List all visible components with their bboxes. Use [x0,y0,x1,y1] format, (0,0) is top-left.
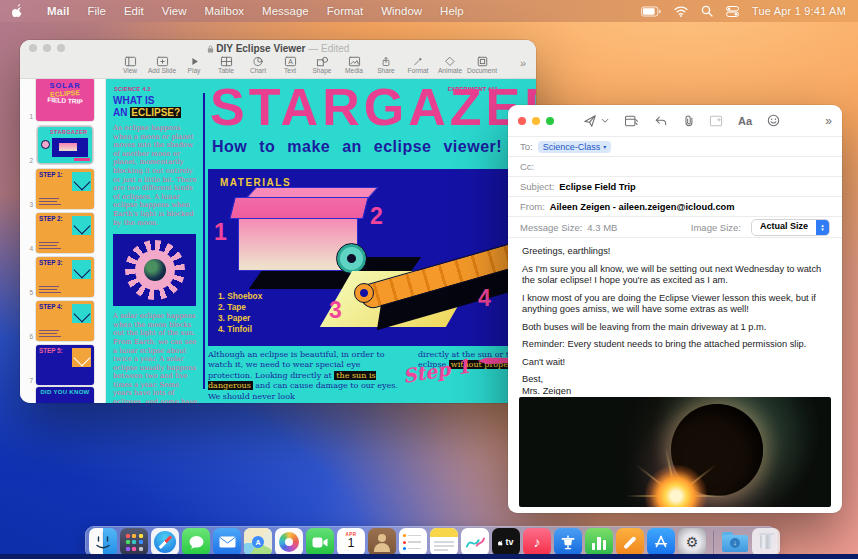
dock-settings[interactable]: ⚙ [678,528,706,556]
dock-maps[interactable]: A [244,528,272,556]
slide-thumbnail-6[interactable]: STEP 4: [36,301,94,341]
from-field[interactable]: From: Aileen Zeigen - aileen.zeigen@iclo… [508,196,842,216]
toolbar-more-button[interactable]: » [520,56,526,70]
menu-format[interactable]: Format [318,5,372,17]
slide-thumbnail-7[interactable]: STEP 5: [36,345,94,385]
toolbar-shape-button[interactable]: Shape [306,56,338,74]
zoom-button[interactable] [546,117,554,125]
dock-music[interactable]: ♪ [523,528,551,556]
keynote-window: DIY Eclipse Viewer — Edited ViewAdd Slid… [20,40,536,403]
image-size-dropdown[interactable]: Actual Size ▴▾ [751,219,830,236]
wifi-icon[interactable] [674,6,688,17]
attach-icon[interactable] [683,114,694,128]
toolbar-media-button[interactable]: Media [338,56,370,74]
minimize-button[interactable] [532,117,540,125]
menu-message[interactable]: Message [253,5,318,17]
toolbar-add-slide-button[interactable]: Add Slide [146,56,178,74]
slide-thumbnail-3[interactable]: STEP 1: [36,169,94,209]
body-paragraph: Reminder: Every student needs to bring t… [522,339,828,351]
apple-menu-icon[interactable] [12,4,24,18]
close-button[interactable] [518,117,526,125]
dock-numbers[interactable] [585,528,613,556]
slide-number: 2 [20,157,36,165]
mail-window-controls[interactable] [518,117,554,125]
music-icon: ♪ [523,528,551,556]
slide-left-column: WHAT IS AN ECLIPSE? An eclipse happens w… [113,95,198,403]
menu-window[interactable]: Window [372,5,431,17]
slide-thumbnail-5[interactable]: STEP 3: [36,257,94,297]
slide-thumbnail-1[interactable]: SOLARECLIPSEFIELD TRIP [36,79,94,121]
toolbar-format-button[interactable]: Format [402,56,434,74]
material-number-2: 2 [370,205,383,228]
insert-photo-icon [709,115,723,127]
dock-mail[interactable] [213,528,241,556]
dock-facetime[interactable] [306,528,334,556]
battery-icon[interactable] [641,6,661,17]
toolbar-animate-button[interactable]: Animate [434,56,466,74]
emoji-icon[interactable] [767,114,780,127]
slide-canvas[interactable]: SCIENCE 4.2 EXPERIMENT #11 WHAT IS AN EC… [106,79,536,403]
menu-view[interactable]: View [153,5,196,17]
dock-safari[interactable] [151,528,179,556]
format-icon[interactable]: Aa [738,115,752,127]
toolbar-document-button[interactable]: Document [466,56,498,74]
toolbar-table-button[interactable]: Table [210,56,242,74]
menu-clock[interactable]: Tue Apr 1 9:41 AM [752,5,846,17]
keynote-icon [554,528,582,556]
toolbar-share-button[interactable]: Share [370,56,402,74]
message-body[interactable]: Greetings, earthlings!As I'm sure you al… [508,238,842,395]
dock-pages[interactable] [616,528,644,556]
toolbar-text-button[interactable]: AText [274,56,306,74]
dock-downloads[interactable]: ↓ [721,528,749,556]
menu-edit[interactable]: Edit [115,5,153,17]
slide-thumbnail-8[interactable]: DID YOU KNOW [36,387,94,403]
toolbar-view-button[interactable]: View [114,56,146,74]
menu-file[interactable]: File [78,5,115,17]
materials-list-item: 2. Tape [218,302,262,313]
slide-number: 5 [20,289,36,297]
dock-finder[interactable] [89,528,117,556]
numbers-icon [585,528,613,556]
slide-number: 4 [20,245,36,253]
dock-appletv[interactable]: tv [492,528,520,556]
to-field[interactable]: To: Science-Class▾ [508,136,842,156]
dock-calendar[interactable]: APR1 [337,528,365,556]
subject-field[interactable]: Subject: Eclipse Field Trip [508,176,842,196]
slide-thumbnail-4[interactable]: STEP 2: [36,213,94,253]
dock-keynote[interactable] [554,528,582,556]
body-paragraph: Both buses will be leaving from the main… [522,322,828,334]
send-chevron-icon[interactable] [601,118,609,124]
dock-notes[interactable] [430,528,458,556]
reply-icon[interactable] [654,115,668,127]
slide-thumbnail-2[interactable]: STARGAZER [38,127,92,163]
menu-help[interactable]: Help [431,5,473,17]
dock-reminders[interactable] [399,528,427,556]
control-center-icon[interactable] [726,6,739,17]
slide-thumbnail-row: 2STARGAZER [20,125,105,165]
cc-field[interactable]: Cc: [508,156,842,176]
dock-contacts[interactable] [368,528,396,556]
dock-messages[interactable] [182,528,210,556]
dock-trash[interactable] [752,528,780,556]
slide-thumbnail-row: 1SOLARECLIPSEFIELD TRIP [20,81,105,121]
search-icon[interactable] [701,5,713,17]
finder-icon [89,528,117,556]
body-paragraph: Greetings, earthlings! [522,246,828,258]
notes-icon [430,528,458,556]
dock-photos[interactable] [275,528,303,556]
slide-number: 1 [20,113,36,121]
send-icon[interactable] [583,114,597,128]
dock-appstore[interactable] [647,528,675,556]
header-fields-icon[interactable] [624,115,639,127]
dock-launchpad[interactable] [120,528,148,556]
more-icon[interactable]: » [825,114,832,128]
toolbar-play-button[interactable]: Play [178,56,210,74]
slide-thumbnail-row: 7STEP 5: [20,345,105,385]
dock-freeform[interactable] [461,528,489,556]
menu-mailbox[interactable]: Mailbox [195,5,253,17]
eclipse-heading: WHAT IS AN ECLIPSE? [113,95,198,118]
toolbar-chart-button[interactable]: Chart [242,56,274,74]
menu-mail[interactable]: Mail [38,5,78,17]
material-number-1: 1 [214,221,227,244]
recipient-token[interactable]: Science-Class▾ [538,141,612,153]
